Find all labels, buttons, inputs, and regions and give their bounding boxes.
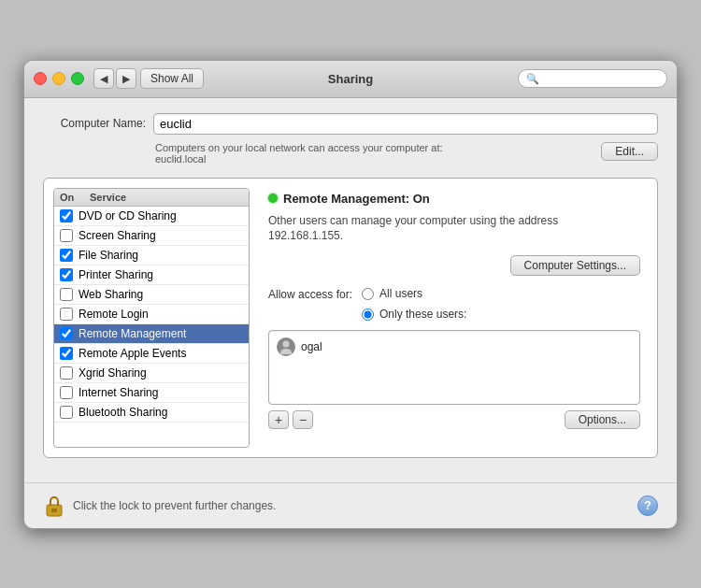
service-checkbox[interactable] xyxy=(60,386,73,399)
traffic-lights xyxy=(34,72,84,85)
main-panel: On Service DVD or CD SharingScreen Shari… xyxy=(43,178,658,458)
detail-panel: Remote Management: On Other users can ma… xyxy=(261,188,648,448)
radio-all-users[interactable] xyxy=(362,288,374,300)
access-for-section: Allow access for: All users Only these u… xyxy=(268,287,640,324)
forward-button[interactable]: ▶ xyxy=(116,68,136,89)
service-checkbox[interactable] xyxy=(60,366,73,380)
service-checkbox[interactable] xyxy=(60,327,73,340)
svg-point-0 xyxy=(283,341,290,348)
service-checkbox[interactable] xyxy=(60,347,73,360)
users-list: ogal xyxy=(268,330,640,405)
radio-only-users[interactable] xyxy=(362,308,374,321)
services-container: DVD or CD SharingScreen SharingFile Shar… xyxy=(54,207,249,423)
service-label: Remote Login xyxy=(79,308,149,321)
description-text: Other users can manage your computer usi… xyxy=(268,213,640,245)
nav-buttons: ◀ ▶ xyxy=(93,68,136,89)
user-name: ogal xyxy=(301,340,322,353)
service-item[interactable]: Internet Sharing xyxy=(54,383,249,403)
service-item[interactable]: Printer Sharing xyxy=(54,265,249,285)
service-checkbox[interactable] xyxy=(60,308,73,321)
bottom-bar: Click the lock to prevent further change… xyxy=(24,482,677,528)
service-label: Printer Sharing xyxy=(79,268,153,281)
computer-name-label: Computer Name: xyxy=(43,117,146,130)
service-checkbox[interactable] xyxy=(60,249,73,262)
search-input[interactable] xyxy=(543,72,659,85)
computer-settings-button[interactable]: Computer Settings... xyxy=(510,255,640,276)
service-item[interactable]: Web Sharing xyxy=(54,285,249,305)
service-label: Bluetooth Sharing xyxy=(79,406,167,419)
computer-name-input[interactable] xyxy=(153,113,658,135)
computer-name-row: Computer Name: xyxy=(43,113,658,135)
service-item[interactable]: Remote Management xyxy=(54,324,249,344)
services-list: On Service DVD or CD SharingScreen Shari… xyxy=(53,188,250,448)
service-label: Remote Management xyxy=(79,327,186,340)
radio-only-label: Only these users: xyxy=(379,308,466,321)
service-checkbox[interactable] xyxy=(60,288,73,301)
service-label: Internet Sharing xyxy=(79,386,158,399)
search-box: 🔍 xyxy=(518,69,667,88)
service-checkbox[interactable] xyxy=(60,268,73,281)
svg-rect-3 xyxy=(51,509,57,512)
radio-group: All users Only these users: xyxy=(362,287,466,324)
help-button[interactable]: ? xyxy=(637,495,658,516)
user-item: ogal xyxy=(273,335,636,359)
service-label: DVD or CD Sharing xyxy=(79,209,177,222)
network-info-text: Computers on your local network can acce… xyxy=(155,142,592,165)
close-button[interactable] xyxy=(34,72,47,85)
add-user-button[interactable]: + xyxy=(268,410,289,429)
network-info: Computers on your local network can acce… xyxy=(155,142,658,165)
status-row: Remote Management: On xyxy=(268,192,640,206)
title-bar: ◀ ▶ Show All Sharing 🔍 xyxy=(24,61,677,98)
edit-button[interactable]: Edit... xyxy=(601,142,658,161)
maximize-button[interactable] xyxy=(71,72,84,85)
service-label: Screen Sharing xyxy=(79,229,156,242)
service-item[interactable]: Remote Apple Events xyxy=(54,344,249,364)
service-item[interactable]: Bluetooth Sharing xyxy=(54,403,249,423)
col-service-header: Service xyxy=(90,192,243,203)
svg-point-1 xyxy=(280,349,292,354)
service-item[interactable]: DVD or CD Sharing xyxy=(54,207,249,226)
show-all-button[interactable]: Show All xyxy=(140,68,204,89)
options-button[interactable]: Options... xyxy=(565,410,640,429)
status-text: Remote Management: On xyxy=(283,192,430,206)
access-for-label: Allow access for: xyxy=(268,287,352,301)
service-item[interactable]: Xgrid Sharing xyxy=(54,364,249,383)
lock-icon[interactable] xyxy=(43,493,65,519)
service-item[interactable]: File Sharing xyxy=(54,246,249,265)
status-dot xyxy=(268,194,278,203)
radio-all-row: All users xyxy=(362,287,466,300)
service-checkbox[interactable] xyxy=(60,209,73,222)
service-label: File Sharing xyxy=(79,249,138,262)
services-header: On Service xyxy=(54,189,249,207)
remove-user-button[interactable]: − xyxy=(293,410,313,429)
service-item[interactable]: Screen Sharing xyxy=(54,226,249,246)
radio-all-label: All users xyxy=(379,287,422,300)
service-label: Xgrid Sharing xyxy=(79,366,147,380)
user-avatar xyxy=(277,337,295,356)
window-title: Sharing xyxy=(328,72,373,86)
sharing-window: ◀ ▶ Show All Sharing 🔍 Computer Name: Co… xyxy=(23,60,678,529)
back-button[interactable]: ◀ xyxy=(93,68,114,89)
minimize-button[interactable] xyxy=(52,72,65,85)
service-label: Web Sharing xyxy=(79,288,143,301)
service-item[interactable]: Remote Login xyxy=(54,305,249,324)
user-icon xyxy=(279,339,293,354)
service-label: Remote Apple Events xyxy=(79,347,186,360)
service-checkbox[interactable] xyxy=(60,406,73,419)
col-on-header: On xyxy=(60,192,90,203)
service-checkbox[interactable] xyxy=(60,229,73,242)
radio-only-row: Only these users: xyxy=(362,308,466,321)
lock-text: Click the lock to prevent further change… xyxy=(73,499,637,512)
list-controls: + − Options... xyxy=(268,410,640,429)
content-area: Computer Name: Computers on your local n… xyxy=(24,98,677,473)
